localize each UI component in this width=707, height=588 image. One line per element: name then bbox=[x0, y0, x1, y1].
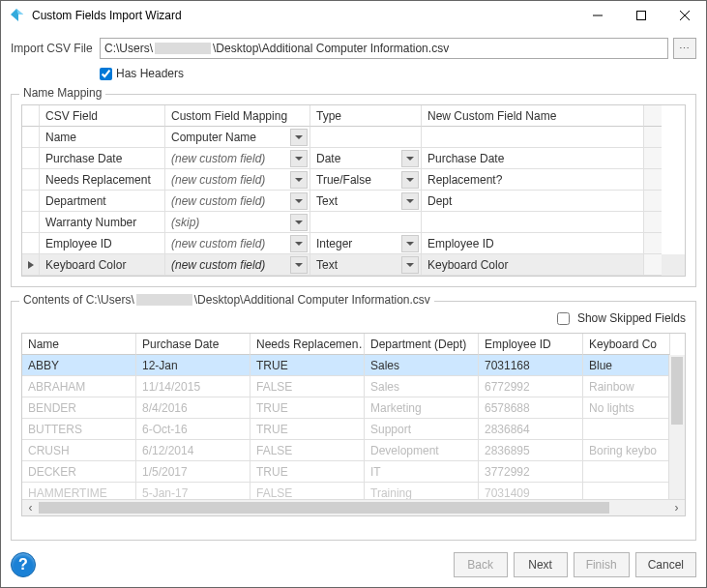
mapping-csv-cell: Employee ID bbox=[40, 233, 165, 254]
help-button[interactable]: ? bbox=[11, 552, 36, 577]
show-skipped-row[interactable]: Show Skipped Fields bbox=[557, 311, 686, 325]
mapping-header-type[interactable]: Type bbox=[310, 105, 422, 127]
mapping-csv-cell: Name bbox=[40, 127, 165, 148]
path-prefix: C:\Users\ bbox=[104, 42, 153, 55]
mapping-map-select[interactable]: (new custom field) bbox=[165, 191, 310, 212]
row-indicator-icon bbox=[22, 254, 40, 276]
contents-emp-cell: 7031168 bbox=[479, 355, 583, 376]
contents-needs-cell: TRUE bbox=[250, 355, 365, 376]
contents-name-cell: ABBY bbox=[22, 355, 136, 376]
titlebar: Custom Fields Import Wizard bbox=[1, 1, 706, 30]
contents-header-needs[interactable]: Needs Replacemen… bbox=[250, 334, 365, 355]
contents-kb-cell bbox=[583, 419, 670, 440]
show-skipped-checkbox[interactable] bbox=[557, 312, 570, 325]
contents-dept-cell: IT bbox=[365, 461, 479, 483]
mapping-map-select[interactable]: (new custom field) bbox=[165, 148, 310, 169]
contents-row[interactable]: DECKER1/5/2017TRUEIT3772992 bbox=[22, 461, 685, 483]
contents-row[interactable]: BENDER8/4/2016TRUEMarketing6578688No lig… bbox=[22, 397, 685, 419]
contents-emp-cell: 6772992 bbox=[479, 376, 583, 397]
minimize-button[interactable] bbox=[575, 1, 619, 30]
contents-needs-cell: TRUE bbox=[250, 419, 365, 440]
contents-name-cell: BUTTERS bbox=[22, 419, 136, 440]
contents-row[interactable]: ABBY12-JanTRUESales7031168Blue bbox=[22, 355, 685, 376]
name-mapping-legend: Name Mapping bbox=[19, 86, 105, 100]
contents-emp-cell: 3772992 bbox=[479, 461, 583, 483]
contents-group: Contents of C:\Users\\Desktop\Additional… bbox=[11, 301, 696, 541]
mapping-newname-cell[interactable]: Dept bbox=[422, 191, 644, 212]
path-redacted bbox=[155, 43, 211, 54]
contents-row[interactable]: BUTTERS6-Oct-16TRUESupport2836864 bbox=[22, 419, 685, 440]
contents-legend: Contents of C:\Users\\Desktop\Additional… bbox=[19, 293, 434, 307]
mapping-header-csv[interactable]: CSV Field bbox=[40, 105, 165, 127]
contents-header-dept[interactable]: Department (Dept) bbox=[365, 334, 479, 355]
close-button[interactable] bbox=[663, 1, 706, 30]
next-button[interactable]: Next bbox=[514, 552, 568, 577]
mapping-row[interactable]: NameComputer Name bbox=[22, 127, 685, 148]
mapping-newname-cell[interactable]: Purchase Date bbox=[422, 148, 644, 169]
contents-kb-cell bbox=[583, 461, 670, 483]
mapping-row[interactable]: Warranty Number(skip) bbox=[22, 212, 685, 233]
mapping-row[interactable]: Department(new custom field)TextDept bbox=[22, 191, 685, 212]
contents-hscroll[interactable]: ‹ › bbox=[22, 499, 685, 515]
mapping-row[interactable]: Purchase Date(new custom field)DatePurch… bbox=[22, 148, 685, 169]
contents-header-emp[interactable]: Employee ID bbox=[479, 334, 583, 355]
contents-row[interactable]: ABRAHAM11/14/2015FALSESales6772992Rainbo… bbox=[22, 376, 685, 397]
mapping-map-select[interactable]: (skip) bbox=[165, 212, 310, 233]
hscroll-right-icon[interactable]: › bbox=[668, 500, 685, 516]
mapping-map-select[interactable]: Computer Name bbox=[165, 127, 310, 148]
import-row: Import CSV File C:\Users\\Desktop\Additi… bbox=[11, 38, 696, 59]
contents-dept-cell: Support bbox=[365, 419, 479, 440]
contents-name-cell: CRUSH bbox=[22, 440, 136, 461]
contents-needs-cell: TRUE bbox=[250, 461, 365, 483]
contents-header-date[interactable]: Purchase Date bbox=[136, 334, 250, 355]
mapping-map-select[interactable]: (new custom field) bbox=[165, 233, 310, 254]
contents-emp-cell: 6578688 bbox=[479, 397, 583, 419]
mapping-type-select bbox=[310, 127, 422, 148]
contents-name-cell: BENDER bbox=[22, 397, 136, 419]
mapping-newname-cell[interactable]: Keyboard Color bbox=[422, 254, 644, 276]
mapping-header-row: CSV Field Custom Field Mapping Type New … bbox=[22, 105, 685, 127]
contents-path-redacted bbox=[136, 294, 192, 306]
finish-button[interactable]: Finish bbox=[574, 552, 630, 577]
contents-row[interactable]: CRUSH6/12/2014FALSEDevelopment2836895Bor… bbox=[22, 440, 685, 461]
contents-dept-cell: Sales bbox=[365, 376, 479, 397]
browse-button[interactable]: ⋯ bbox=[673, 38, 696, 59]
contents-vscroll[interactable] bbox=[668, 355, 685, 499]
contents-header-kb[interactable]: Keyboard Co bbox=[583, 334, 670, 355]
mapping-newname-cell bbox=[422, 212, 644, 233]
mapping-newname-cell[interactable]: Employee ID bbox=[422, 233, 644, 254]
contents-needs-cell: TRUE bbox=[250, 397, 365, 419]
has-headers-label: Has Headers bbox=[116, 67, 184, 80]
contents-dept-cell: Marketing bbox=[365, 397, 479, 419]
mapping-map-select[interactable]: (new custom field) bbox=[165, 254, 310, 276]
wizard-window: Custom Fields Import Wizard Import CSV F… bbox=[0, 0, 707, 588]
mapping-map-select[interactable]: (new custom field) bbox=[165, 169, 310, 191]
mapping-type-select[interactable]: True/False bbox=[310, 169, 422, 191]
mapping-row[interactable]: Needs Replacement(new custom field)True/… bbox=[22, 169, 685, 191]
maximize-button[interactable] bbox=[619, 1, 663, 30]
mapping-csv-cell: Purchase Date bbox=[40, 148, 165, 169]
mapping-csv-cell: Keyboard Color bbox=[40, 254, 165, 276]
contents-table: Name Purchase Date Needs Replacemen… Dep… bbox=[21, 333, 686, 516]
path-suffix: \Desktop\Additional Computer Information… bbox=[213, 42, 449, 55]
hscroll-left-icon[interactable]: ‹ bbox=[22, 500, 39, 516]
mapping-row[interactable]: Keyboard Color(new custom field)TextKeyb… bbox=[22, 254, 685, 276]
mapping-type-select[interactable]: Text bbox=[310, 254, 422, 276]
mapping-type-select[interactable]: Text bbox=[310, 191, 422, 212]
window-title: Custom Fields Import Wizard bbox=[32, 9, 575, 22]
contents-kb-cell: Blue bbox=[583, 355, 670, 376]
footer: ? Back Next Finish Cancel bbox=[11, 546, 696, 577]
mapping-newname-cell[interactable]: Replacement? bbox=[422, 169, 644, 191]
mapping-header-new[interactable]: New Custom Field Name bbox=[422, 105, 644, 127]
mapping-type-select[interactable]: Date bbox=[310, 148, 422, 169]
cancel-button[interactable]: Cancel bbox=[635, 552, 696, 577]
contents-header-name[interactable]: Name bbox=[22, 334, 136, 355]
mapping-row[interactable]: Employee ID(new custom field)IntegerEmpl… bbox=[22, 233, 685, 254]
mapping-header-map[interactable]: Custom Field Mapping bbox=[165, 105, 310, 127]
show-skipped-label: Show Skipped Fields bbox=[577, 311, 686, 325]
back-button[interactable]: Back bbox=[454, 552, 508, 577]
has-headers-checkbox[interactable] bbox=[100, 68, 112, 80]
import-label: Import CSV File bbox=[11, 42, 94, 55]
import-path-input[interactable]: C:\Users\\Desktop\Additional Computer In… bbox=[100, 38, 668, 59]
mapping-type-select[interactable]: Integer bbox=[310, 233, 422, 254]
